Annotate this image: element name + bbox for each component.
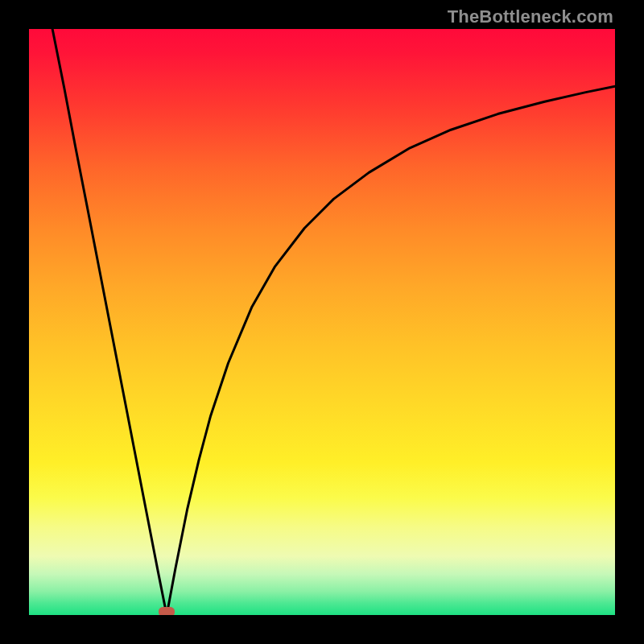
- optimum-marker: [159, 607, 175, 615]
- curve-svg: [29, 29, 615, 615]
- bottleneck-curve: [52, 29, 615, 615]
- watermark-text: TheBottleneck.com: [448, 6, 613, 27]
- chart-frame: TheBottleneck.com: [0, 0, 644, 644]
- plot-area: [29, 29, 615, 615]
